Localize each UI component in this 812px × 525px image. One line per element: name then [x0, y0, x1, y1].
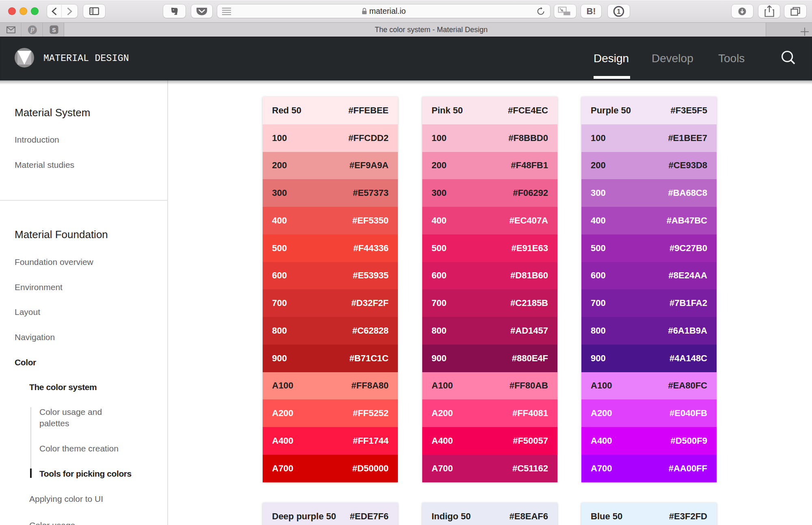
svg-text:S: S: [52, 27, 56, 33]
svg-text:p: p: [30, 25, 35, 33]
svg-text:1: 1: [617, 8, 621, 15]
